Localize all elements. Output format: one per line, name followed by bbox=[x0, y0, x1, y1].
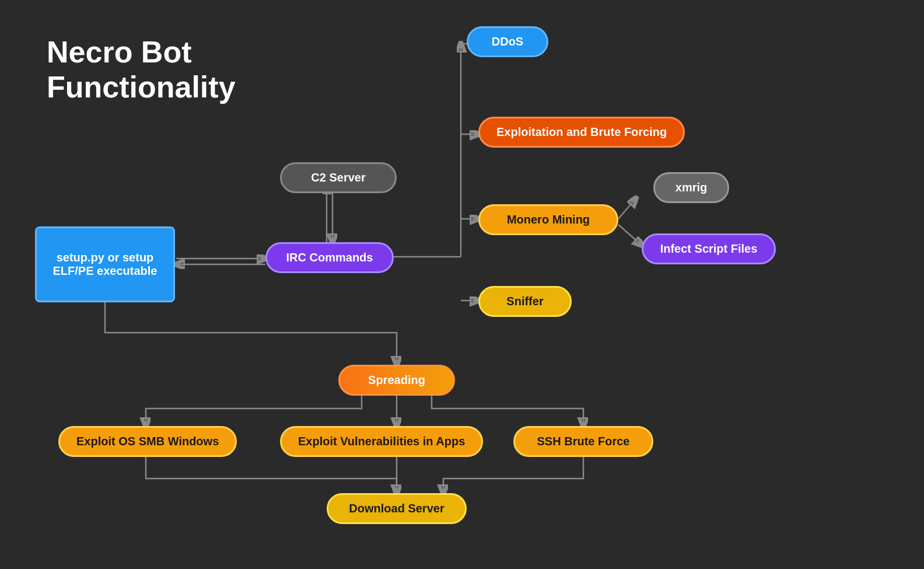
node-monero: Monero Mining bbox=[478, 204, 618, 235]
svg-line-8 bbox=[618, 198, 636, 219]
node-ddos: DDoS bbox=[467, 26, 548, 57]
node-c2: C2 Server bbox=[280, 162, 397, 193]
page-title: Necro Bot Functionality bbox=[47, 35, 236, 105]
node-sniffer: Sniffer bbox=[478, 286, 572, 317]
node-download: Download Server bbox=[327, 493, 467, 524]
node-irc: IRC Commands bbox=[265, 242, 394, 273]
node-xmrig: xmrig bbox=[653, 172, 729, 203]
node-ssh: SSH Brute Force bbox=[513, 426, 653, 457]
svg-line-9 bbox=[618, 225, 642, 245]
node-exploitation: Exploitation and Brute Forcing bbox=[478, 117, 685, 148]
node-infect: Infect Script Files bbox=[642, 233, 776, 264]
node-vulns: Exploit Vulnerabilities in Apps bbox=[280, 426, 483, 457]
node-spreading: Spreading bbox=[338, 365, 455, 396]
node-setup: setup.py or setup ELF/PE executable bbox=[35, 226, 175, 302]
node-smb: Exploit OS SMB Windows bbox=[58, 426, 237, 457]
